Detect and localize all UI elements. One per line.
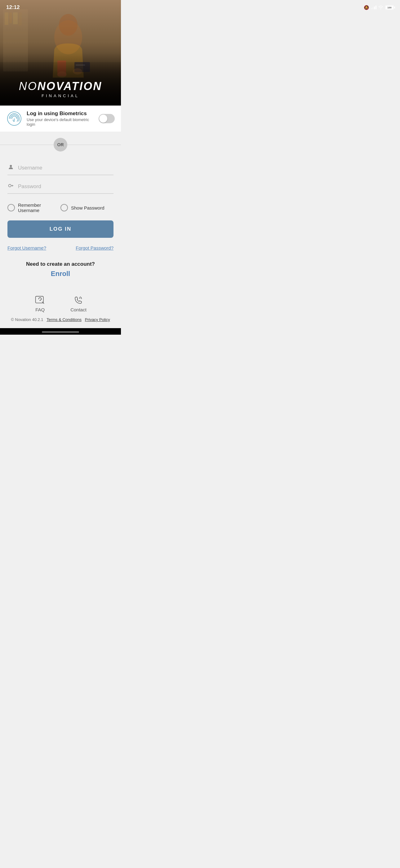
faq-item[interactable]: FAQ bbox=[34, 294, 45, 312]
login-btn-wrapper: LOG IN bbox=[0, 217, 121, 243]
toggle-knob bbox=[99, 115, 107, 123]
or-badge: OR bbox=[54, 138, 67, 152]
remember-username-checkbox[interactable] bbox=[7, 204, 15, 211]
brand-sub: FINANCIAL bbox=[19, 93, 102, 98]
status-bar: 12:12 🔕 100 bbox=[0, 0, 121, 12]
footer-legal: © Novation 40.2.1 Terms & Conditions Pri… bbox=[0, 317, 121, 322]
hero-overlay: noNOVATION FINANCIAL bbox=[0, 62, 121, 105]
svg-point-16 bbox=[9, 184, 11, 187]
remember-username-item[interactable]: Remember Username bbox=[7, 203, 61, 213]
password-input[interactable] bbox=[18, 183, 113, 190]
faq-icon bbox=[34, 294, 45, 306]
checkbox-row: Remember Username Show Password bbox=[0, 198, 121, 217]
show-password-item[interactable]: Show Password bbox=[61, 204, 113, 211]
contact-icon bbox=[73, 294, 84, 306]
home-indicator bbox=[0, 328, 121, 335]
biometric-text: Log in using Biometrics Use your device'… bbox=[27, 111, 94, 127]
biometric-title: Log in using Biometrics bbox=[27, 111, 94, 117]
remember-username-label: Remember Username bbox=[18, 203, 61, 213]
footer: FAQ Contact © Novation 40.2.1 Terms & Co… bbox=[0, 287, 121, 328]
or-divider: OR bbox=[0, 132, 121, 158]
show-password-checkbox[interactable] bbox=[61, 204, 68, 211]
enroll-section: Need to create an account? Enroll bbox=[0, 258, 121, 287]
show-password-label: Show Password bbox=[71, 205, 104, 211]
fingerprint-icon bbox=[6, 111, 22, 127]
enroll-link[interactable]: Enroll bbox=[51, 270, 70, 278]
home-bar bbox=[42, 331, 79, 333]
username-row bbox=[7, 161, 113, 175]
status-time: 12:12 bbox=[6, 4, 20, 10]
contact-label: Contact bbox=[70, 307, 87, 312]
login-button[interactable]: LOG IN bbox=[7, 220, 113, 238]
brand-logo: noNOVATION FINANCIAL bbox=[19, 80, 102, 98]
footer-icons: FAQ Contact bbox=[0, 294, 121, 312]
biometrics-row: Log in using Biometrics Use your device'… bbox=[0, 105, 121, 132]
terms-link[interactable]: Terms & Conditions bbox=[46, 317, 81, 322]
inputs-wrapper bbox=[0, 158, 121, 194]
username-input[interactable] bbox=[18, 165, 113, 171]
privacy-link[interactable]: Privacy Policy bbox=[85, 317, 110, 322]
biometrics-toggle[interactable] bbox=[99, 114, 115, 123]
forgot-password-link[interactable]: Forgot Password? bbox=[76, 245, 113, 251]
svg-point-15 bbox=[10, 165, 12, 167]
hero-image: noNOVATION FINANCIAL bbox=[0, 0, 121, 105]
contact-item[interactable]: Contact bbox=[70, 294, 87, 312]
forgot-username-link[interactable]: Forgot Username? bbox=[7, 245, 46, 251]
brand-name: noNOVATION bbox=[19, 80, 102, 93]
biometric-subtitle: Use your device's default biometric logi… bbox=[27, 117, 94, 127]
enroll-question: Need to create an account? bbox=[7, 261, 113, 267]
copyright-text: © Novation 40.2.1 bbox=[11, 317, 43, 322]
user-icon bbox=[7, 164, 14, 172]
key-icon bbox=[7, 183, 14, 190]
faq-label: FAQ bbox=[35, 307, 45, 312]
password-row bbox=[7, 180, 113, 194]
forgot-links: Forgot Username? Forgot Password? bbox=[0, 243, 121, 258]
